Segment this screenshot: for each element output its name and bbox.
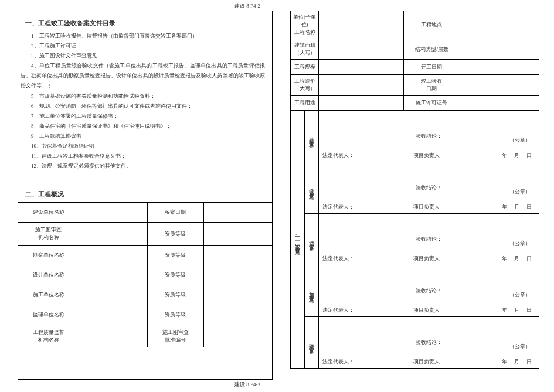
ov-label-left: 监理单位名称 [18, 305, 79, 325]
ov-value-right [203, 265, 272, 285]
opinion-group-label: 建设单位意见 [305, 317, 319, 369]
seal-label: （公章） [509, 137, 531, 144]
list-item: 2、工程施工许可证； [31, 41, 265, 51]
hdr-label-right: 工程地点 [403, 11, 460, 39]
list-item: 11、建设工程竣工档案验收合格意见书； [31, 151, 265, 161]
seal-label: （公章） [509, 343, 531, 350]
hdr-value-right [460, 75, 539, 96]
date-label: 年月日 [498, 306, 535, 314]
ov-value-right [203, 325, 272, 348]
conclusion-label: 验收结论： [322, 339, 535, 346]
page-right: 单位(子单位)工程名称工程地点建筑面积（大写）结构类型/层数工程规模开工日期工程… [290, 11, 539, 371]
hdr-label-left: 单位(子单位)工程名称 [291, 11, 319, 39]
ov-value-right [203, 246, 272, 265]
hdr-value-left [319, 39, 404, 60]
ov-value-left [79, 223, 148, 246]
ov-label-right: 备案日期 [148, 203, 203, 223]
hdr-label-left: 工程规模 [291, 60, 319, 75]
hdr-label-left: 建筑面积（大写） [291, 39, 319, 60]
ov-label-right: 施工图审查批准编号 [148, 325, 203, 348]
date-label: 年月日 [498, 203, 535, 211]
conclusion-label: 验收结论： [322, 236, 535, 243]
conclusion-label: 验收结论： [322, 287, 535, 295]
list-item: 3、施工图设计文件审查意见； [31, 51, 265, 61]
ov-label-right: 资质等级 [148, 305, 203, 325]
legal-rep-label: 法定代表人： [322, 358, 354, 366]
page-code-bottom: 建设 8 P4-3 [234, 381, 260, 388]
proj-lead-label: 项目负责人 [413, 358, 440, 366]
ov-label-left: 设计单位名称 [18, 265, 79, 285]
list-item: 1、工程竣工验收报告、监督报告（由监督部门直接递交竣工备案部门）； [31, 31, 265, 41]
ov-value-left [79, 325, 148, 348]
proj-lead-label: 项目负责人 [413, 152, 440, 159]
conclusion-label: 验收结论： [322, 132, 535, 140]
conclusion-label: 验收结论： [322, 184, 535, 192]
hdr-value-left [319, 75, 404, 96]
right-table: 单位(子单位)工程名称工程地点建筑面积（大写）结构类型/层数工程规模开工日期工程… [290, 11, 539, 369]
ov-value-right [203, 223, 272, 246]
date-label: 年月日 [498, 255, 535, 263]
proj-lead-label: 项目负责人 [413, 255, 440, 263]
date-label: 年月日 [498, 358, 535, 366]
ov-label-left: 施工图审查机构名称 [18, 223, 79, 246]
ov-value-left [79, 305, 148, 325]
ov-label-left: 工程质量监督机构名称 [18, 325, 79, 348]
ov-value-left [79, 203, 148, 223]
opinion-cell: 验收结论：（公章）法定代表人：项目负责人年月日 [319, 265, 539, 317]
hdr-label-right: 施工许可证号 [403, 96, 460, 111]
legal-rep-label: 法定代表人： [322, 255, 354, 263]
ov-label-right: 资质等级 [148, 246, 203, 265]
section3-title: 三、竣工验收意见 [291, 111, 305, 369]
opinion-cell: 验收结论：（公章）法定代表人：项目负责人年月日 [319, 317, 539, 369]
hdr-value-left [319, 11, 404, 39]
opinion-cell: 验收结论：（公章）法定代表人：项目负责人年月日 [319, 162, 539, 214]
overview-table: 建设单位名称备案日期施工图审查机构名称资质等级勘察单位名称资质等级设计单位名称资… [18, 202, 272, 347]
file-list: 1、工程竣工验收报告、监督报告（由监督部门直接递交竣工备案部门）；2、工程施工许… [18, 31, 272, 178]
opinion-group-label: 设计单位意见 [305, 162, 319, 214]
hdr-label-right: 竣工验收日期 [403, 75, 460, 96]
opinion-cell: 验收结论：（公章）法定代表人：项目负责人年月日 [319, 214, 539, 265]
hdr-value-right [460, 39, 539, 60]
ov-label-right: 资质等级 [148, 265, 203, 285]
section1-title: 一、工程竣工验收备案文件目录 [18, 11, 272, 31]
list-item: 9、工程款结算协议书 [31, 131, 265, 141]
legal-rep-label: 法定代表人： [322, 152, 354, 159]
proj-lead-label: 项目负责人 [413, 306, 440, 314]
list-item: 4、单位工程质量综合验收文件（含施工单位出具的工程竣工报告、监理单位出具的工程质… [21, 61, 265, 91]
hdr-label-left: 工程造价（大写） [291, 75, 319, 96]
hdr-value-left [319, 96, 404, 111]
seal-label: （公章） [509, 188, 531, 196]
proj-lead-label: 项目负责人 [413, 203, 440, 211]
hdr-label-left: 工程用途 [291, 96, 319, 111]
list-item: 7、施工单位签署的工程质量保修书； [31, 111, 265, 121]
date-label: 年月日 [498, 152, 535, 159]
page-code-top: 建设 8 P4-2 [234, 2, 260, 10]
seal-label: （公章） [509, 240, 531, 247]
section2-title: 二、工程概况 [18, 182, 272, 202]
ov-value-left [79, 246, 148, 265]
opinion-group-label: 监理单位意见 [305, 214, 319, 265]
hdr-value-right [460, 11, 539, 39]
opinion-group-label: 施工单位意见 [305, 265, 319, 317]
list-item: 6、规划、公安消防、环保等部门出具的认可文件或者准许使用文件； [31, 101, 265, 111]
hdr-label-right: 开工日期 [403, 60, 460, 75]
hdr-label-right: 结构类型/层数 [403, 39, 460, 60]
ov-value-left [79, 265, 148, 285]
legal-rep-label: 法定代表人： [322, 203, 354, 211]
list-item: 8、商品住宅的《住宅质量保证书》和《住宅使用说明书》； [31, 121, 265, 131]
ov-label-right: 资质等级 [148, 285, 203, 305]
list-item: 5、市政基础设施的有关质量检测和功能性试验资料； [31, 91, 265, 101]
ov-value-right [203, 203, 272, 223]
legal-rep-label: 法定代表人： [322, 306, 354, 314]
ov-label-left: 建设单位名称 [18, 203, 79, 223]
ov-value-right [203, 285, 272, 305]
list-item: 12、法规、规章规定必须提供的其他文件。 [31, 161, 265, 171]
opinion-group-label: 勘察单位意见 [305, 111, 319, 162]
ov-label-right: 资质等级 [148, 223, 203, 246]
hdr-value-right [460, 96, 539, 111]
ov-value-left [79, 285, 148, 305]
ov-label-left: 施工单位名称 [18, 285, 79, 305]
seal-label: （公章） [509, 291, 531, 299]
hdr-value-right [460, 60, 539, 75]
ov-value-right [203, 305, 272, 325]
